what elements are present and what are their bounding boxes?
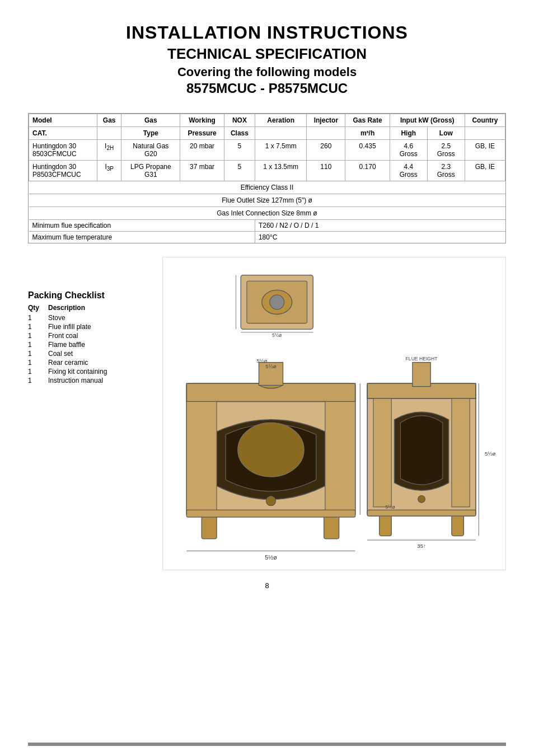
table-header-row2: CAT. Type Pressure Class m³/h High Low <box>29 127 505 140</box>
footer-row-gasinlet: Gas Inlet Connection Size 8mm ø <box>29 207 505 220</box>
spec-table-wrapper: Model Gas Gas Working NOX Aeration Injec… <box>28 113 506 243</box>
svg-point-34 <box>270 295 284 309</box>
list-item: 1 Flue infill plate <box>28 323 151 331</box>
svg-rect-22 <box>367 510 476 516</box>
svg-rect-21 <box>452 515 464 536</box>
spec-row-2: Maximum flue temperature 180°C <box>29 232 505 243</box>
spec-table: Model Gas Gas Working NOX Aeration Injec… <box>29 114 505 243</box>
col-m3h: m³/h <box>345 127 390 140</box>
stove-side-view: FLUE HEIGHT 5½ø 35↑ 5½ø <box>367 356 495 549</box>
row2-high: 4.4Gross <box>390 161 427 181</box>
svg-text:5½ø: 5½ø <box>385 504 395 510</box>
item-qty-6: 1 <box>28 359 39 367</box>
svg-point-13 <box>266 496 275 506</box>
svg-rect-18 <box>373 398 391 507</box>
row1-high: 4.6Gross <box>390 140 427 161</box>
row1-pressure: 20 mbar <box>180 140 224 161</box>
col-country2 <box>465 127 505 140</box>
packing-qty-header: Qty <box>28 304 39 312</box>
table-row: Huntingdon 30P8503CFMCUC I3P LPG Propane… <box>29 161 505 181</box>
item-desc-7: Fixing kit containing <box>48 368 151 375</box>
item-desc-1: Stove <box>48 314 151 322</box>
footer-efficiency: Efficiency Class II <box>29 181 505 194</box>
bottom-bar <box>28 743 506 746</box>
product-image-area: 5½ø 5½ø 5½ø <box>162 257 506 570</box>
item-qty-7: 1 <box>28 368 39 375</box>
col-gas2 <box>97 127 121 140</box>
col-input-header: Input kW (Gross) <box>390 114 465 127</box>
footer-row-flue: Flue Outlet Size 127mm (5") ø <box>29 194 505 207</box>
header-section: INSTALLATION INSTRUCTIONS TECHNICAL SPEC… <box>28 22 506 96</box>
col-model-header: Model <box>29 114 97 127</box>
col-inj2 <box>307 127 345 140</box>
col-aeration-header: Aeration <box>255 114 307 127</box>
col-country-header: Country <box>465 114 505 127</box>
list-item: 1 Fixing kit containing <box>28 368 151 375</box>
row1-injector: 260 <box>307 140 345 161</box>
item-desc-3: Front coal <box>48 332 151 340</box>
item-desc-5: Coal set <box>48 350 151 358</box>
item-desc-2: Flue infill plate <box>48 323 151 331</box>
row1-cat: I2H <box>97 140 121 161</box>
footer-row-efficiency: Efficiency Class II <box>29 181 505 194</box>
min-flue-label: Minimum flue specification <box>29 220 255 232</box>
col-injector-header: Injector <box>307 114 345 127</box>
row2-pressure: 37 mbar <box>180 161 224 181</box>
svg-rect-2 <box>202 515 217 539</box>
item-qty-2: 1 <box>28 323 39 331</box>
stove-drawing-svg: 5½ø 5½ø 5½ø <box>163 257 505 570</box>
col-high-header: High <box>390 127 427 140</box>
title-main: INSTALLATION INSTRUCTIONS <box>28 22 506 43</box>
row2-model: Huntingdon 30P8503CFMCUC <box>29 161 97 181</box>
svg-point-29 <box>418 495 425 503</box>
packing-header: Qty Description <box>28 304 151 312</box>
list-item: 1 Instruction manual <box>28 377 151 384</box>
col-aer2 <box>255 127 307 140</box>
min-flue-value: T260 / N2 / O / D / 1 <box>255 220 505 232</box>
max-flue-label: Maximum flue temperature <box>29 232 255 243</box>
row1-country: GB, IE <box>465 140 505 161</box>
col-cat-header2: CAT. <box>29 127 97 140</box>
svg-text:5½ø: 5½ø <box>272 332 282 338</box>
svg-rect-23 <box>413 363 430 387</box>
row1-gas-type: Natural GasG20 <box>121 140 180 161</box>
item-desc-4: Flame baffle <box>48 341 151 349</box>
title-model: 8575MCUC - P8575MCUC <box>28 81 506 96</box>
row2-country: GB, IE <box>465 161 505 181</box>
table-row: Huntingdon 308503CFMCUC I2H Natural GasG… <box>29 140 505 161</box>
svg-text:5½ø: 5½ø <box>256 358 267 364</box>
col-pressure-header2: Pressure <box>180 127 224 140</box>
svg-point-14 <box>238 422 304 477</box>
packing-title: Packing Checklist <box>28 290 151 300</box>
body-section: Packing Checklist Qty Description 1 Stov… <box>28 257 506 570</box>
row1-aeration: 1 x 7.5mm <box>255 140 307 161</box>
svg-text:5½ø: 5½ø <box>265 554 277 561</box>
item-qty-5: 1 <box>28 350 39 358</box>
title-covering: Covering the following models <box>28 65 506 79</box>
stove-top-view: 5½ø <box>236 275 313 339</box>
list-item: 1 Front coal <box>28 332 151 340</box>
item-qty-4: 1 <box>28 341 39 349</box>
svg-rect-4 <box>186 510 355 517</box>
col-nox-header: NOX <box>224 114 255 127</box>
list-item: 1 Stove <box>28 314 151 322</box>
row2-nox: 5 <box>224 161 255 181</box>
col-working-header: Working <box>180 114 224 127</box>
col-gas-cat-header: Gas <box>97 114 121 127</box>
col-gas-type-header: Gas <box>121 114 180 127</box>
item-qty-1: 1 <box>28 314 39 322</box>
list-item: 1 Rear ceramic <box>28 359 151 367</box>
row2-cat: I3P <box>97 161 121 181</box>
max-flue-value: 180°C <box>255 232 505 243</box>
col-type-header2: Type <box>121 127 180 140</box>
svg-text:5½ø: 5½ø <box>485 450 495 457</box>
footer-flue: Flue Outlet Size 127mm (5") ø <box>29 194 505 207</box>
row2-gasrate: 0.170 <box>345 161 390 181</box>
spec-row-1: Minimum flue specification T260 / N2 / O… <box>29 220 505 232</box>
col-gasrate-header: Gas Rate <box>345 114 390 127</box>
svg-rect-5 <box>186 402 217 510</box>
item-qty-8: 1 <box>28 377 39 384</box>
table-header-row1: Model Gas Gas Working NOX Aeration Injec… <box>29 114 505 127</box>
row1-model: Huntingdon 308503CFMCUC <box>29 140 97 161</box>
row1-low: 2.5Gross <box>427 140 465 161</box>
